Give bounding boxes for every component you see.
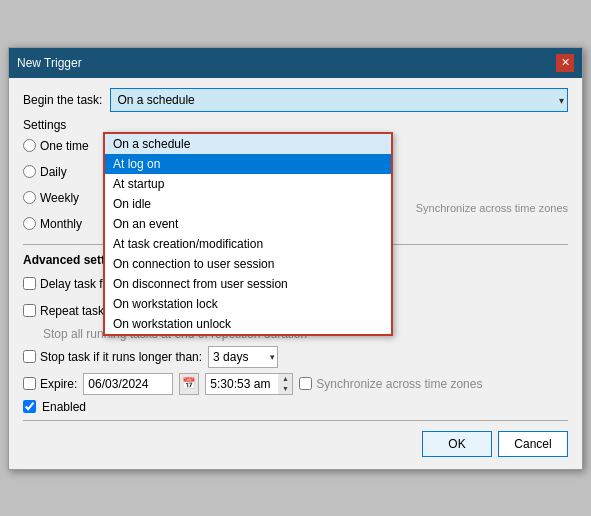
expire-date-input[interactable] [83, 373, 173, 395]
footer-buttons: OK Cancel [23, 427, 568, 459]
dropdown-item-on-schedule[interactable]: On a schedule [105, 134, 391, 154]
ok-button[interactable]: OK [422, 431, 492, 457]
repeat-checkbox[interactable] [23, 304, 36, 317]
enabled-label: Enabled [42, 400, 86, 414]
begin-task-dropdown: On a schedule At log on At startup On id… [103, 132, 393, 336]
stop-task-checkbox[interactable] [23, 350, 36, 363]
expire-time-input[interactable] [206, 374, 278, 394]
radio-daily[interactable]: Daily [23, 160, 103, 184]
close-button[interactable]: ✕ [556, 54, 574, 72]
expire-checkbox[interactable] [23, 377, 36, 390]
begin-task-select[interactable]: On a schedule [110, 88, 568, 112]
title-bar: New Trigger ✕ [9, 48, 582, 78]
spin-up-button[interactable]: ▲ [278, 374, 292, 384]
begin-task-select-container: On a schedule ▾ [110, 88, 568, 112]
dialog-title: New Trigger [17, 56, 82, 70]
dropdown-item-connection[interactable]: On connection to user session [105, 254, 391, 274]
stop-task-row: Stop task if it runs longer than: 3 days [23, 346, 568, 368]
expire-time-spin: ▲ ▼ [205, 373, 293, 395]
radio-monthly-label: Monthly [40, 217, 82, 231]
delay-checkbox[interactable] [23, 277, 36, 290]
sync-timezone-label: Synchronize across time zones [316, 377, 482, 391]
sync-timezone-checkbox[interactable] [299, 377, 312, 390]
enabled-row: Enabled [23, 400, 568, 414]
dropdown-item-on-idle[interactable]: On idle [105, 194, 391, 214]
radio-daily-label: Daily [40, 165, 67, 179]
radio-one-time-label: One time [40, 139, 89, 153]
expire-label: Expire: [40, 377, 77, 391]
dialog-body: Begin the task: On a schedule ▾ Settings… [9, 78, 582, 469]
radio-weekly-label: Weekly [40, 191, 79, 205]
stop-task-label: Stop task if it runs longer than: [40, 350, 202, 364]
sync-top-label: Synchronize across time zones [416, 202, 568, 214]
dropdown-item-workstation-lock[interactable]: On workstation lock [105, 294, 391, 314]
spin-buttons: ▲ ▼ [278, 374, 292, 394]
settings-section: One time Daily Weekly Monthly [23, 132, 568, 236]
calendar-icon-button[interactable]: 📅 [179, 373, 199, 395]
expire-row: Expire: 📅 ▲ ▼ Synchronize across time zo… [23, 373, 568, 395]
stop-task-select-wrap: 3 days [208, 346, 278, 368]
radio-monthly[interactable]: Monthly [23, 212, 103, 236]
stop-task-select[interactable]: 3 days [208, 346, 278, 368]
dropdown-item-at-startup[interactable]: At startup [105, 174, 391, 194]
radio-one-time[interactable]: One time [23, 134, 103, 158]
dropdown-item-on-event[interactable]: On an event [105, 214, 391, 234]
footer-divider [23, 420, 568, 421]
dropdown-item-workstation-unlock[interactable]: On workstation unlock [105, 314, 391, 334]
stop-task-checkbox-item: Stop task if it runs longer than: [23, 350, 202, 364]
dropdown-item-at-log-on[interactable]: At log on [105, 154, 391, 174]
enabled-checkbox[interactable] [23, 400, 36, 413]
expire-checkbox-item: Expire: [23, 377, 77, 391]
dropdown-item-task-creation[interactable]: At task creation/modification [105, 234, 391, 254]
sync-check-item: Synchronize across time zones [299, 377, 482, 391]
spin-down-button[interactable]: ▼ [278, 384, 292, 394]
new-trigger-dialog: New Trigger ✕ Begin the task: On a sched… [8, 47, 583, 470]
settings-area: Settings One time Daily Weekly [23, 118, 568, 236]
begin-task-label: Begin the task: [23, 93, 102, 107]
radio-weekly[interactable]: Weekly [23, 186, 103, 210]
begin-task-row: Begin the task: On a schedule ▾ [23, 88, 568, 112]
cancel-button[interactable]: Cancel [498, 431, 568, 457]
dropdown-item-disconnect[interactable]: On disconnect from user session [105, 274, 391, 294]
radio-group: One time Daily Weekly Monthly [23, 132, 103, 236]
settings-label: Settings [23, 118, 66, 132]
